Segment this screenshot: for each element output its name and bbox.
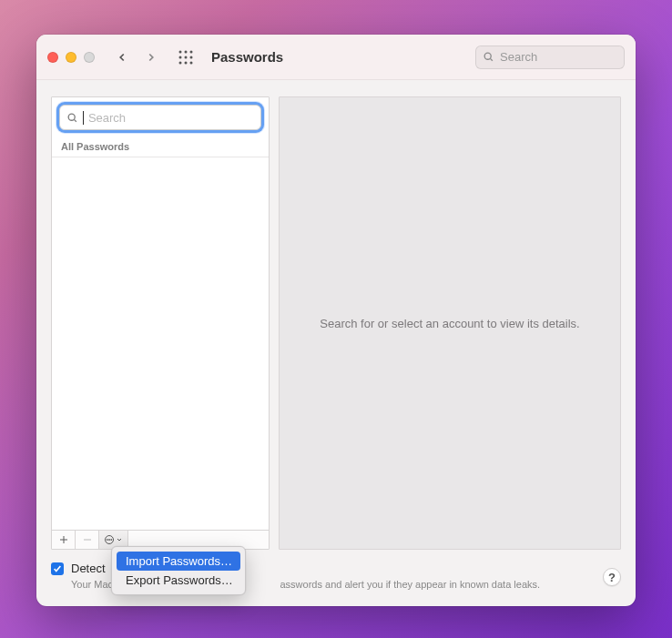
toolbar-search-field[interactable]: [475, 46, 625, 69]
all-passwords-header: All Passwords: [52, 136, 269, 157]
help-button[interactable]: ?: [603, 568, 621, 586]
plus-icon: [58, 534, 69, 545]
show-all-button[interactable]: [175, 46, 197, 68]
zoom-window-button: [84, 52, 95, 63]
more-options-menu: Import Passwords… Export Passwords…: [111, 546, 246, 595]
empty-state-message: Search for or select an account to view …: [320, 317, 579, 330]
sidebar-search-input[interactable]: [88, 111, 254, 125]
forward-button: [140, 46, 162, 68]
detail-pane: Search for or select an account to view …: [279, 96, 621, 550]
svg-point-19: [111, 540, 112, 541]
svg-point-1: [185, 50, 188, 53]
svg-point-6: [179, 61, 182, 64]
svg-point-11: [68, 114, 75, 120]
add-password-button[interactable]: [52, 531, 76, 549]
split-view: All Passwords Search for or sele: [51, 96, 621, 550]
checkbox-label-visible: Detect: [71, 562, 106, 575]
search-icon: [483, 51, 494, 63]
checkmark-icon: [53, 564, 62, 573]
text-caret: [83, 111, 84, 125]
svg-point-8: [190, 61, 193, 64]
detect-leaks-checkbox[interactable]: [51, 562, 64, 575]
window-controls: [47, 52, 95, 63]
minus-icon: [82, 534, 93, 545]
svg-point-9: [484, 53, 491, 59]
svg-point-7: [185, 61, 188, 64]
svg-line-10: [490, 58, 492, 60]
svg-point-5: [190, 56, 193, 58]
export-passwords-menuitem[interactable]: Export Passwords…: [117, 571, 240, 590]
remove-password-button: [76, 531, 99, 549]
svg-line-12: [74, 119, 76, 121]
svg-point-0: [179, 50, 182, 53]
toolbar-search-input[interactable]: [500, 50, 617, 64]
close-window-button[interactable]: [47, 52, 58, 63]
svg-point-4: [185, 56, 188, 58]
search-icon: [66, 112, 78, 124]
back-button[interactable]: [111, 46, 133, 68]
chevron-down-icon: [116, 536, 123, 543]
sidebar-search-field[interactable]: [59, 105, 261, 130]
titlebar: Passwords: [36, 35, 636, 80]
checkbox-desc-suffix: asswords and alert you if they appear in…: [280, 579, 541, 590]
svg-point-18: [109, 540, 110, 541]
ellipsis-circle-icon: [104, 534, 115, 545]
import-passwords-menuitem[interactable]: Import Passwords…: [117, 552, 240, 571]
minimize-window-button[interactable]: [66, 52, 76, 63]
preferences-window: Passwords All Passwords: [36, 35, 636, 606]
content-area: All Passwords Search for or sele: [36, 80, 636, 606]
svg-point-17: [107, 540, 107, 541]
window-title: Passwords: [211, 49, 283, 65]
svg-point-3: [179, 56, 182, 58]
checkbox-desc-prefix: Your Mac: [71, 579, 113, 590]
passwords-list[interactable]: [52, 157, 269, 530]
passwords-sidebar: All Passwords: [51, 96, 270, 550]
svg-point-2: [190, 50, 193, 53]
question-mark-icon: ?: [608, 571, 616, 584]
